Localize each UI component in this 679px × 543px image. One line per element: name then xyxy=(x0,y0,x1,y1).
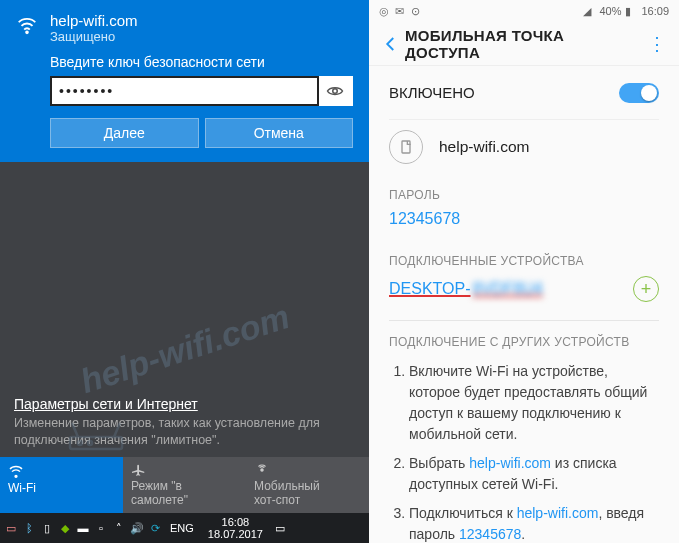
reveal-password-icon[interactable] xyxy=(318,82,352,100)
overflow-menu-icon[interactable]: ⋮ xyxy=(643,33,671,55)
nvidia-icon[interactable]: ◆ xyxy=(58,521,72,535)
svg-line-5 xyxy=(72,423,78,437)
instructions-label: ПОДКЛЮЧЕНИЕ С ДРУГИХ УСТРОЙСТВ xyxy=(389,335,659,349)
router-watermark-icon xyxy=(66,421,126,455)
ssid-link: help-wifi.com xyxy=(469,455,551,471)
battery-icon[interactable]: ▬ xyxy=(76,521,90,535)
step-text: Подключиться к xyxy=(409,505,517,521)
password-section-label: ПАРОЛЬ xyxy=(389,188,659,202)
network-ssid: help-wifi.com xyxy=(50,12,353,29)
network-settings-link[interactable]: Параметры сети и Интернет xyxy=(14,396,198,412)
hotspot-icon xyxy=(254,463,270,477)
add-device-button[interactable]: + xyxy=(633,276,659,302)
password-prompt: Введите ключ безопасности сети xyxy=(50,54,353,70)
svg-point-3 xyxy=(78,441,82,445)
android-hotspot-screen: ◎ ✉ ⊙ ◢ 40% ▮ 16:09 МОБИЛЬНАЯ ТОЧКА ДОСТ… xyxy=(369,0,679,543)
hotspot-status-icon: ⊙ xyxy=(411,5,423,17)
wifi-icon xyxy=(8,463,24,479)
volume-icon[interactable]: 🔊 xyxy=(130,521,144,535)
whatsapp-icon: ✉ xyxy=(395,5,407,17)
step-text: Выбрать xyxy=(409,455,469,471)
taskbar-time: 16:08 xyxy=(208,516,263,528)
screen-title: МОБИЛЬНАЯ ТОЧКА ДОСТУПА xyxy=(405,27,643,61)
network-settings-section: Параметры сети и Интернет Изменение пара… xyxy=(0,385,369,457)
svg-point-7 xyxy=(15,475,17,477)
password-input[interactable] xyxy=(51,77,318,105)
sync-icon[interactable]: ⟳ xyxy=(148,521,162,535)
svg-point-4 xyxy=(88,441,92,445)
device-name-prefix[interactable]: DESKTOP- xyxy=(389,280,471,298)
tile-label: Wi-Fi xyxy=(8,481,36,495)
wifi-connect-dialog: help-wifi.com Защищено Введите ключ безо… xyxy=(0,0,369,162)
next-button[interactable]: Далее xyxy=(50,118,199,148)
tray-icon[interactable]: ▯ xyxy=(40,521,54,535)
ssid-link: help-wifi.com xyxy=(517,505,599,521)
hotspot-toggle-row: ВКЛЮЧЕНО xyxy=(389,66,659,120)
instagram-icon: ◎ xyxy=(379,5,391,17)
tile-mobile-hotspot[interactable]: Мобильный хот-спот xyxy=(246,457,369,513)
wifi-icon xyxy=(16,14,38,36)
network-status: Защищено xyxy=(50,29,353,44)
android-statusbar: ◎ ✉ ⊙ ◢ 40% ▮ 16:09 xyxy=(369,0,679,22)
instruction-step-2: Выбрать help-wifi.com из списка доступны… xyxy=(409,453,659,495)
divider xyxy=(389,320,659,321)
password-field-row xyxy=(50,76,353,106)
connected-device-row: DESKTOP- 8VDF8U4 + xyxy=(389,276,659,302)
tile-label: Мобильный xyxy=(254,479,320,493)
enabled-label: ВКЛЮЧЕНО xyxy=(389,84,619,101)
tile-label-2: самолете" xyxy=(131,493,188,507)
device-name-suffix[interactable]: 8VDF8U4 xyxy=(473,280,543,298)
svg-line-6 xyxy=(114,423,120,437)
statusbar-time: 16:09 xyxy=(641,5,669,17)
battery-percent: 40% xyxy=(599,5,621,17)
instruction-step-1: Включите Wi-Fi на устройстве, которое бу… xyxy=(409,361,659,445)
notifications-icon[interactable]: ▭ xyxy=(273,521,287,535)
svg-point-8 xyxy=(261,469,263,471)
tile-label: Режим "в xyxy=(131,479,182,493)
network-settings-description: Изменение параметров, таких как установл… xyxy=(14,415,355,449)
android-header: МОБИЛЬНАЯ ТОЧКА ДОСТУПА ⋮ xyxy=(369,22,679,66)
devices-section-label: ПОДКЛЮЧЕННЫЕ УСТРОЙСТВА xyxy=(389,254,659,268)
taskbar: ▭ ᛒ ▯ ◆ ▬ ▫ ˄ 🔊 ⟳ ENG 16:08 18.07.2017 ▭ xyxy=(0,513,369,543)
step-text: . xyxy=(521,526,525,542)
document-icon xyxy=(389,130,423,164)
tile-label-2: хот-спот xyxy=(254,493,300,507)
android-content[interactable]: ВКЛЮЧЕНО help-wifi.com ПАРОЛЬ 12345678 П… xyxy=(369,66,679,543)
hotspot-toggle[interactable] xyxy=(619,83,659,103)
back-button[interactable] xyxy=(377,35,405,53)
instruction-step-3: Подключиться к help-wifi.com, введя паро… xyxy=(409,503,659,543)
hotspot-ssid-row[interactable]: help-wifi.com xyxy=(389,120,659,174)
tray-up-icon[interactable]: ▭ xyxy=(4,521,18,535)
dialog-buttons: Далее Отмена xyxy=(50,118,353,148)
signal-icon: ◢ xyxy=(583,5,595,17)
taskbar-clock[interactable]: 16:08 18.07.2017 xyxy=(202,516,269,540)
hotspot-password[interactable]: 12345678 xyxy=(389,210,659,228)
taskbar-date: 18.07.2017 xyxy=(208,528,263,540)
instructions-list: Включите Wi-Fi на устройстве, которое бу… xyxy=(409,361,659,543)
tile-wifi[interactable]: Wi-Fi xyxy=(0,457,123,513)
step-text: Включите Wi-Fi на устройстве, которое бу… xyxy=(409,363,647,442)
airplane-icon xyxy=(131,463,147,477)
tray-icon-2[interactable]: ▫ xyxy=(94,521,108,535)
chevron-up-icon[interactable]: ˄ xyxy=(112,521,126,535)
svg-point-0 xyxy=(26,31,28,33)
password-link: 12345678 xyxy=(459,526,521,542)
network-flyout-body: help-wifi.com Параметры сети и Интернет … xyxy=(0,162,369,543)
battery-icon: ▮ xyxy=(625,5,637,17)
hotspot-ssid: help-wifi.com xyxy=(439,138,529,156)
svg-rect-9 xyxy=(402,141,410,153)
cancel-button[interactable]: Отмена xyxy=(205,118,354,148)
tile-airplane-mode[interactable]: Режим "в самолете" xyxy=(123,457,246,513)
language-indicator[interactable]: ENG xyxy=(166,522,198,534)
quick-action-tiles: Wi-Fi Режим "в самолете" Мобильный хот-с… xyxy=(0,457,369,513)
wifi-dialog-header: help-wifi.com Защищено xyxy=(16,12,353,44)
bluetooth-icon[interactable]: ᛒ xyxy=(22,521,36,535)
svg-point-1 xyxy=(333,89,338,94)
windows-wifi-panel: help-wifi.com Защищено Введите ключ безо… xyxy=(0,0,369,543)
